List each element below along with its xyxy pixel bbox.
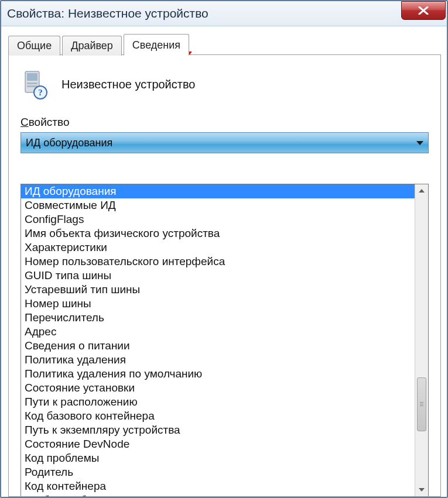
chevron-down-icon bbox=[416, 141, 423, 145]
client-area: Общие Драйвер Сведения ? Неизвестное уст… bbox=[8, 32, 441, 497]
chevron-up-icon bbox=[419, 189, 425, 193]
dropdown-item[interactable]: Код контейнера bbox=[21, 479, 415, 493]
dropdown-item[interactable]: GUID типа шины bbox=[21, 269, 415, 283]
dropdown-item[interactable]: Состояние установки bbox=[21, 381, 415, 395]
dropdown-item[interactable]: Устаревший тип шины bbox=[21, 283, 415, 297]
dropdown-item[interactable]: Номер шины bbox=[21, 297, 415, 311]
dropdown-item[interactable]: Политика удаления по умолчанию bbox=[21, 367, 415, 381]
dropdown-item[interactable]: Политика удаления bbox=[21, 353, 415, 367]
window-title: Свойства: Неизвестное устройство bbox=[7, 6, 208, 20]
dropdown-item[interactable]: Код базового контейнера bbox=[21, 409, 415, 423]
titlebar: Свойства: Неизвестное устройство bbox=[1, 1, 447, 26]
dropdown-item[interactable]: ИД оборудования bbox=[21, 184, 415, 198]
close-button[interactable] bbox=[401, 1, 446, 20]
scroll-up-button[interactable] bbox=[415, 184, 428, 197]
dropdown-item[interactable]: Перечислитель bbox=[21, 311, 415, 325]
svg-rect-1 bbox=[27, 73, 37, 81]
tab-general[interactable]: Общие bbox=[8, 36, 60, 56]
tabpage-details: ? Неизвестное устройство Свойство ИД обо… bbox=[8, 54, 441, 497]
property-dropdown: ИД оборудования Совместимые ИД ConfigFla… bbox=[20, 184, 429, 496]
dropdown-item[interactable]: Характеристики bbox=[21, 241, 415, 255]
dropdown-scrollbar[interactable] bbox=[415, 184, 428, 496]
dropdown-item[interactable]: ConfigFlags bbox=[21, 212, 415, 226]
dropdown-item[interactable]: Пути к расположению bbox=[21, 395, 415, 409]
dropdown-item[interactable]: Состояние DevNode bbox=[21, 437, 415, 451]
dropdown-item[interactable]: Имя объекта физического устройства bbox=[21, 226, 415, 241]
dropdown-item[interactable]: Требуется безопасное удаление bbox=[21, 493, 415, 496]
dropdown-item[interactable]: Адрес bbox=[21, 325, 415, 339]
svg-rect-3 bbox=[27, 85, 37, 87]
combobox-value: ИД оборудования bbox=[26, 137, 112, 149]
dropdown-item[interactable]: Совместимые ИД bbox=[21, 198, 415, 212]
tabstrip: Общие Драйвер Сведения bbox=[8, 32, 441, 55]
scroll-down-button[interactable] bbox=[415, 483, 428, 496]
dropdown-item[interactable]: Номер пользовательского интерфейса bbox=[21, 255, 415, 269]
tab-driver[interactable]: Драйвер bbox=[62, 36, 122, 56]
svg-text:?: ? bbox=[38, 88, 43, 97]
properties-window: Свойства: Неизвестное устройство Общие Д… bbox=[0, 0, 448, 498]
device-icon: ? bbox=[20, 69, 51, 99]
close-icon bbox=[418, 6, 429, 15]
property-label: Свойство bbox=[20, 116, 429, 129]
dropdown-list[interactable]: ИД оборудования Совместимые ИД ConfigFla… bbox=[21, 184, 415, 496]
dropdown-item[interactable]: Код проблемы bbox=[21, 451, 415, 465]
scroll-thumb[interactable] bbox=[417, 377, 426, 431]
chevron-down-icon bbox=[419, 488, 425, 492]
device-header: ? Неизвестное устройство bbox=[20, 69, 429, 99]
property-combobox[interactable]: ИД оборудования bbox=[20, 132, 429, 153]
device-name: Неизвестное устройство bbox=[61, 78, 195, 91]
tab-details[interactable]: Сведения bbox=[124, 34, 189, 56]
dropdown-item[interactable]: Сведения о питании bbox=[21, 339, 415, 353]
dropdown-item[interactable]: Путь к экземпляру устройства bbox=[21, 423, 415, 437]
dropdown-item[interactable]: Родитель bbox=[21, 465, 415, 479]
svg-rect-2 bbox=[27, 83, 37, 84]
